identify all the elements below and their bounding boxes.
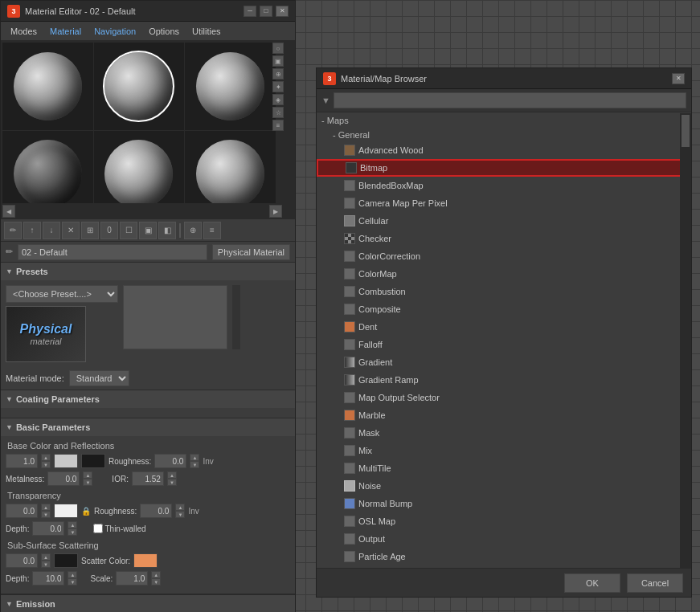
tree-item-advanced-wood[interactable]: Advanced Wood <box>317 141 691 159</box>
tree-item-output[interactable]: Output <box>317 530 691 548</box>
map-browser-close-button[interactable]: ✕ <box>672 73 685 84</box>
menu-navigation[interactable]: Navigation <box>88 25 142 38</box>
toolbar-btn-unique[interactable]: ☐ <box>120 222 137 239</box>
tree-item-gradient-ramp[interactable]: Gradient Ramp <box>317 371 691 389</box>
tree-item-map-output[interactable]: Map Output Selector <box>317 389 691 406</box>
tree-item-bitmap[interactable]: Bitmap <box>317 159 691 177</box>
material-name-input[interactable] <box>18 244 207 260</box>
side-btn-5[interactable]: ◈ <box>272 94 284 105</box>
thin-walled-checkbox[interactable] <box>93 524 103 533</box>
sss-swatch[interactable] <box>54 553 78 568</box>
sss-spin-down[interactable]: ▼ <box>41 561 51 568</box>
presets-header[interactable]: ▼ Presets <box>1 263 295 280</box>
ior-spin-down[interactable]: ▼ <box>167 479 177 486</box>
metalness-input[interactable] <box>47 471 80 486</box>
sphere-cell-3[interactable] <box>185 43 276 130</box>
trans-spin-down[interactable]: ▼ <box>41 511 51 518</box>
sss-depth-up[interactable]: ▲ <box>68 571 77 578</box>
toolbar-btn-get[interactable]: ↑ <box>23 222 41 239</box>
depth-input[interactable] <box>32 521 64 536</box>
side-btn-7[interactable]: ≡ <box>272 120 284 131</box>
tree-item-camera-map[interactable]: Camera Map Per Pixel <box>317 194 691 212</box>
side-btn-3[interactable]: ⊕ <box>272 68 284 80</box>
side-btn-2[interactable]: ▣ <box>272 55 284 67</box>
metalness-spin-down[interactable]: ▼ <box>83 479 92 486</box>
tree-item-dent[interactable]: Dent <box>317 318 691 336</box>
nav-prev[interactable]: ◀ <box>2 205 15 218</box>
base-spin-up[interactable]: ▲ <box>41 454 51 461</box>
coating-header[interactable]: ▼ Coating Parameters <box>1 390 295 408</box>
preset-dropdown[interactable]: <Choose Preset....> <box>6 285 118 303</box>
toolbar-btn-reset[interactable]: ✕ <box>62 222 80 239</box>
scale-down[interactable]: ▼ <box>151 578 161 585</box>
map-browser-search-input[interactable] <box>334 92 686 108</box>
menu-options[interactable]: Options <box>142 25 186 38</box>
trans-color-swatch[interactable] <box>54 504 78 518</box>
cancel-button[interactable]: Cancel <box>627 573 683 593</box>
toolbar-btn-copy[interactable]: ⊞ <box>81 222 99 239</box>
menu-modes[interactable]: Modes <box>4 25 43 38</box>
tree-item-combustion[interactable]: Combustion <box>317 283 691 300</box>
tree-item-cellular[interactable]: Cellular <box>317 212 691 230</box>
toolbar-btn-pick[interactable]: ✏ <box>4 222 22 239</box>
tree-item-noise[interactable]: Noise <box>317 477 691 495</box>
maps-section-header[interactable]: Maps <box>317 112 691 129</box>
tree-item-falloff[interactable]: Falloff <box>317 336 691 353</box>
toolbar-btn-select[interactable]: ◧ <box>158 222 176 239</box>
roughness-input[interactable] <box>154 454 186 468</box>
menu-material[interactable]: Material <box>43 25 88 38</box>
tree-item-composite[interactable]: Composite <box>317 300 691 318</box>
toolbar-btn-paste[interactable]: 0 <box>100 222 118 239</box>
toolbar-btn-more[interactable]: ≡ <box>203 222 221 239</box>
nav-next[interactable]: ▶ <box>269 205 282 218</box>
depth-spin-up[interactable]: ▲ <box>68 521 77 528</box>
side-btn-6[interactable]: ☆ <box>272 107 284 118</box>
scale-up[interactable]: ▲ <box>151 571 161 578</box>
side-btn-4[interactable]: ✦ <box>272 81 284 92</box>
tree-item-normal-bump[interactable]: Normal Bump <box>317 495 691 512</box>
depth-spin-down[interactable]: ▼ <box>68 528 77 536</box>
trans-rough-up[interactable]: ▲ <box>175 504 185 511</box>
trans-input[interactable] <box>6 504 38 518</box>
tree-item-blended-box-map[interactable]: BlendedBoxMap <box>317 177 691 194</box>
trans-spin-up[interactable]: ▲ <box>41 504 51 511</box>
toolbar-btn-navigator[interactable]: ⊕ <box>184 222 202 239</box>
scale-input[interactable] <box>116 571 148 585</box>
roughness-spin-up[interactable]: ▲ <box>190 454 199 461</box>
ior-input[interactable] <box>132 471 164 486</box>
base-value-input[interactable] <box>6 454 38 468</box>
base-spin-down[interactable]: ▼ <box>41 461 51 468</box>
general-subsection-header[interactable]: General <box>317 129 691 141</box>
tree-item-particle-age[interactable]: Particle Age <box>317 548 691 565</box>
tree-item-marble[interactable]: Marble <box>317 406 691 424</box>
scatter-swatch[interactable] <box>133 553 158 568</box>
tree-item-gradient[interactable]: Gradient <box>317 353 691 371</box>
emission-header[interactable]: ▼ Emission <box>1 595 295 612</box>
trans-roughness-input[interactable] <box>140 504 172 518</box>
minimize-button[interactable]: ─ <box>244 6 256 17</box>
roughness-spin-down[interactable]: ▼ <box>190 461 199 468</box>
base-black-swatch[interactable] <box>81 454 105 468</box>
base-color-swatch[interactable] <box>54 454 78 468</box>
tree-item-color-correction[interactable]: ColorCorrection <box>317 247 691 265</box>
basic-params-header[interactable]: ▼ Basic Parameters <box>1 418 295 436</box>
map-browser-scrollbar[interactable] <box>680 113 691 568</box>
menu-utilities[interactable]: Utilities <box>186 25 227 38</box>
close-button[interactable]: ✕ <box>276 6 289 17</box>
toolbar-btn-put[interactable]: ↓ <box>43 222 60 239</box>
sphere-cell-1[interactable] <box>2 43 93 130</box>
tree-item-mask[interactable]: Mask <box>317 424 691 442</box>
trans-rough-down[interactable]: ▼ <box>175 511 185 518</box>
sss-input[interactable] <box>6 553 38 568</box>
ok-button[interactable]: OK <box>564 573 620 593</box>
material-type-button[interactable]: Physical Material <box>212 244 290 260</box>
tree-item-multitile[interactable]: MultiTile <box>317 459 691 477</box>
ior-spin-up[interactable]: ▲ <box>167 471 177 479</box>
tree-item-mix[interactable]: Mix <box>317 442 691 459</box>
sphere-cell-2[interactable] <box>94 43 185 130</box>
sss-depth-down[interactable]: ▼ <box>68 578 77 585</box>
sss-spin-up[interactable]: ▲ <box>41 553 51 561</box>
mode-select[interactable]: Standard <box>69 370 129 386</box>
tree-container[interactable]: Maps General Advanced Wood Bitmap Blende… <box>317 112 691 577</box>
tree-item-osl-map[interactable]: OSL Map <box>317 512 691 530</box>
